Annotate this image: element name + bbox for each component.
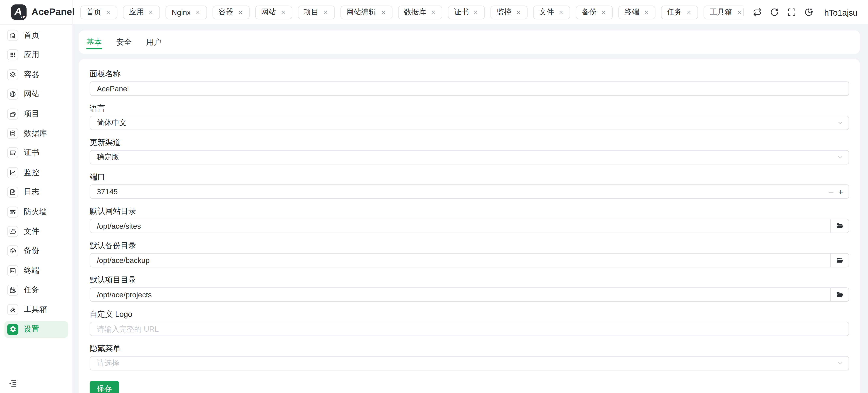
close-icon[interactable] (430, 9, 436, 15)
field-label: 面板名称 (90, 69, 849, 79)
close-icon[interactable] (105, 9, 111, 15)
sidebar-item-settings[interactable]: 设置 (4, 321, 68, 338)
refresh-icon[interactable] (770, 8, 779, 17)
close-icon[interactable] (195, 9, 201, 15)
sidebar-item-certificates[interactable]: 证书 (4, 145, 68, 161)
close-icon[interactable] (237, 9, 243, 15)
open-tab-strip: 首页 应用 Nginx 容器 网站 项目 网站编辑 数据库 证书 监控 文件 备… (80, 5, 743, 19)
custom-logo-input[interactable] (90, 322, 849, 336)
close-icon[interactable] (473, 9, 479, 15)
sidebar-item-firewall[interactable]: 防火墙 (4, 204, 68, 220)
tab-chip-monitor[interactable]: 监控 (491, 5, 528, 19)
tab-chip-site-edit[interactable]: 网站编辑 (340, 5, 392, 19)
browse-folder-button[interactable] (830, 288, 848, 301)
close-icon[interactable] (322, 9, 329, 15)
panel-name-input[interactable] (90, 82, 849, 96)
field-label: 默认项目目录 (90, 275, 849, 284)
save-button[interactable]: 保存 (90, 381, 119, 393)
close-icon[interactable] (280, 9, 286, 15)
hidden-menu-select[interactable]: 请选择 (90, 356, 849, 370)
basic-settings-form: 面板名称 语言 简体中文 更新渠道 稳定版 (79, 59, 860, 393)
decrement-icon[interactable]: − (829, 187, 834, 196)
database-icon (7, 128, 19, 139)
tab-chip-database[interactable]: 数据库 (398, 5, 442, 19)
project-dir-input[interactable] (90, 288, 831, 301)
close-icon[interactable] (558, 9, 564, 15)
tab-chip-certificates[interactable]: 证书 (448, 5, 485, 19)
top-bar: A ce AcePanel 首页 应用 Nginx 容器 网站 项目 网站编辑 … (0, 0, 868, 25)
close-icon[interactable] (601, 9, 607, 15)
selected-value: 简体中文 (97, 118, 127, 128)
fullscreen-icon[interactable] (787, 8, 796, 17)
sidebar-item-containers[interactable]: 容器 (4, 66, 68, 83)
home-icon (7, 30, 19, 41)
sidebar-item-websites[interactable]: 网站 (4, 86, 68, 102)
tab-chip-containers[interactable]: 容器 (212, 5, 249, 19)
tab-chip-apps[interactable]: 应用 (123, 5, 160, 19)
sidebar-item-tasks[interactable]: 任务 (4, 282, 68, 299)
tab-chip-projects[interactable]: 项目 (298, 5, 335, 19)
calendar-clock-icon (7, 284, 19, 296)
sidebar-item-projects[interactable]: 项目 (4, 105, 68, 122)
port-input[interactable] (90, 184, 849, 199)
close-icon[interactable] (148, 9, 154, 15)
tab-chip-websites[interactable]: 网站 (255, 5, 292, 19)
close-icon[interactable] (516, 9, 522, 15)
certificate-icon (7, 148, 19, 159)
sidebar-item-home[interactable]: 首页 (4, 27, 68, 44)
field-label: 默认备份目录 (90, 240, 849, 250)
tab-chip-backup[interactable]: 备份 (576, 5, 613, 19)
sidebar-item-label: 数据库 (24, 128, 47, 139)
sidebar-item-toolbox[interactable]: 工具箱 (4, 301, 68, 318)
close-icon[interactable] (643, 9, 649, 15)
field-site-dir: 默认网站目录 (90, 206, 849, 233)
field-backup-dir: 默认备份目录 (90, 240, 849, 267)
field-label: 默认网站目录 (90, 206, 849, 216)
close-icon[interactable] (736, 9, 742, 15)
settings-tabs: 基本 安全 用户 (79, 30, 860, 54)
sidebar-item-label: 日志 (24, 187, 39, 197)
app-window: A ce AcePanel 首页 应用 Nginx 容器 网站 项目 网站编辑 … (0, 0, 868, 393)
field-hidden-menu: 隐藏菜单 请选择 (90, 343, 849, 370)
update-channel-select[interactable]: 稳定版 (90, 150, 849, 164)
tab-chip-toolbox[interactable]: 工具箱 (704, 5, 743, 19)
sidebar-item-files[interactable]: 文件 (4, 223, 68, 240)
file-text-icon (7, 187, 19, 198)
field-custom-logo: 自定义 Logo (90, 309, 849, 336)
sync-icon[interactable] (753, 8, 762, 17)
browse-folder-button[interactable] (830, 253, 848, 267)
field-label: 更新渠道 (90, 137, 849, 147)
field-port: 端口 − + (90, 172, 849, 199)
backup-dir-input[interactable] (90, 253, 831, 267)
sidebar-nav: 首页 应用 容器 网站 项目 数据库 (0, 24, 72, 338)
site-dir-input[interactable] (90, 219, 831, 233)
field-label: 隐藏菜单 (90, 343, 849, 353)
sidebar-item-label: 应用 (24, 50, 39, 60)
sidebar-item-label: 工具箱 (24, 305, 47, 315)
sidebar-item-label: 容器 (24, 70, 39, 80)
username[interactable]: hTo1ajsu (824, 7, 858, 17)
tab-chip-files[interactable]: 文件 (533, 5, 570, 19)
close-icon[interactable] (686, 9, 692, 15)
collapse-sidebar-icon[interactable] (8, 379, 17, 388)
increment-icon[interactable]: + (838, 187, 843, 196)
browse-folder-button[interactable] (830, 219, 848, 233)
sidebar: 首页 应用 容器 网站 项目 数据库 (0, 24, 73, 393)
language-select[interactable]: 简体中文 (90, 116, 849, 130)
tab-chip-home[interactable]: 首页 (80, 5, 117, 19)
tab-users[interactable]: 用户 (146, 30, 162, 49)
sidebar-item-backup[interactable]: 备份 (4, 243, 68, 259)
tab-chip-terminal[interactable]: 终端 (618, 5, 655, 19)
sidebar-item-logs[interactable]: 日志 (4, 184, 68, 201)
tab-chip-nginx[interactable]: Nginx (165, 5, 207, 19)
dark-mode-moon-icon[interactable] (804, 8, 813, 17)
tab-security[interactable]: 安全 (116, 30, 132, 49)
close-icon[interactable] (380, 9, 386, 15)
sidebar-item-database[interactable]: 数据库 (4, 125, 68, 142)
tab-basic[interactable]: 基本 (86, 30, 102, 49)
sidebar-item-terminal[interactable]: 终端 (4, 262, 68, 279)
chart-line-icon (7, 167, 19, 178)
sidebar-item-monitor[interactable]: 监控 (4, 164, 68, 181)
sidebar-item-apps[interactable]: 应用 (4, 47, 68, 63)
tab-chip-tasks[interactable]: 任务 (661, 5, 698, 19)
